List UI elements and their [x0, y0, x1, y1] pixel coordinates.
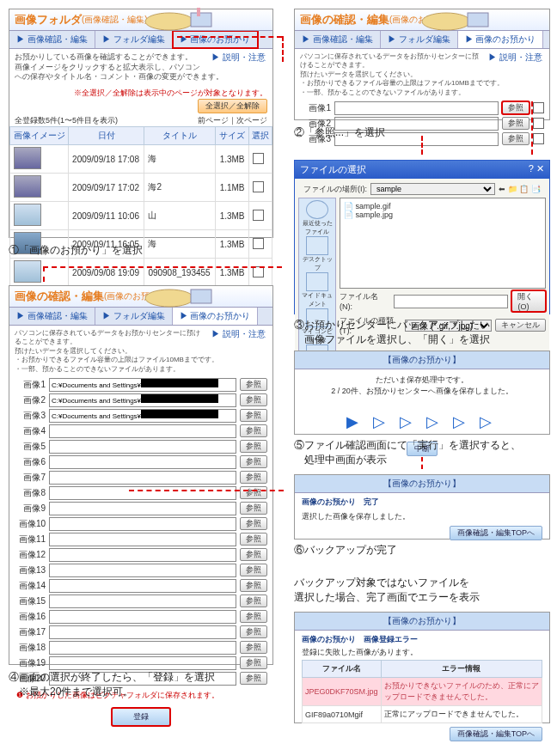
btn-register[interactable]: 登録 — [112, 708, 170, 726]
file-input[interactable] — [49, 625, 236, 639]
btn-to-top[interactable]: 画像確認・編集TOPへ — [450, 727, 542, 741]
caption-6: ⑥バックアップが完了 — [294, 543, 397, 558]
caption-1: ①「画像のお預かり」を選択 — [9, 243, 143, 258]
progress-icon: ▶ ▷ ▷ ▷ ▷ ▷ — [295, 402, 549, 442]
panel-error: 【画像のお預かり】 画像のお預かり 画像登録エラー 登録に失敗した画像があります… — [294, 612, 550, 723]
dialog-title: ファイルの選択 — [300, 163, 366, 176]
svg-rect-4 — [468, 13, 488, 27]
file-input[interactable]: C:¥Documents and Settings¥ — [49, 409, 236, 423]
btn-browse[interactable]: 参照 — [240, 455, 267, 468]
file-input[interactable] — [49, 656, 236, 670]
btn-open[interactable]: 開く(O) — [511, 290, 546, 312]
location-select[interactable]: sample — [370, 183, 495, 195]
btn-browse[interactable]: 参照 — [240, 564, 267, 576]
tab-confirm-edit[interactable]: ▶ 画像確認・編集 — [9, 31, 95, 48]
btn-browse[interactable]: 参照 — [240, 610, 267, 623]
btn-browse[interactable]: 参照 — [240, 424, 267, 437]
btn-browse[interactable]: 参照 — [240, 656, 267, 669]
error-table: ファイル名エラー情報 JPEG0DKF70SM.jpgお預かりできないファイルの… — [302, 660, 542, 723]
file-input[interactable] — [49, 486, 236, 500]
file-input[interactable] — [49, 533, 236, 546]
caption-3: ③お預かりセンターにバックアップしたい 画像ファイルを選択し、「開く」を選択 — [294, 318, 490, 347]
file-input[interactable]: C:¥Documents and Settings¥ — [49, 378, 236, 392]
table-row: 2009/09/11 10:06山1.3MB — [10, 202, 272, 230]
checkbox[interactable] — [253, 153, 264, 164]
file-input[interactable] — [49, 610, 236, 624]
caption-5: ⑤ファイル確認画面にて「実行」を選択すると、 処理中画面が表示 — [294, 438, 521, 467]
svg-rect-6 — [191, 290, 211, 303]
file-item[interactable]: 📄 sample.jpg — [344, 210, 542, 219]
file-input[interactable] — [49, 517, 236, 531]
btn-browse-1[interactable]: 参照 — [502, 101, 529, 114]
btn-browse[interactable]: 参照 — [240, 579, 267, 592]
btn-cancel[interactable]: キャンセル — [495, 319, 546, 332]
file-input[interactable] — [49, 579, 236, 593]
table-row: 2009/09/17 17:02海21.1MB — [10, 174, 272, 202]
panel-complete: 【画像のお預かり】 画像のお預かり 完了 選択した画像を保存しました。 画像確認… — [294, 474, 550, 540]
btn-browse[interactable]: 参照 — [240, 393, 267, 406]
file-input[interactable] — [49, 564, 236, 577]
caption-4: ④画面の選択が終了したら、「登録」を選択 ※最大20件まで選択可。 — [9, 670, 215, 699]
progress-band: 【画像のお預かり】 — [295, 351, 549, 369]
file-input[interactable] — [49, 471, 236, 485]
btn-browse[interactable]: 参照 — [240, 625, 267, 638]
table-row: 2009/09/08 19:09090908_1934551.3MB — [10, 259, 272, 287]
panel-confirm-deposit: 画像の確認・編集(画像のお預かり) ▶ 画像確認・編集 ▶ フォルダ編集 ▶ 画… — [294, 9, 550, 120]
count-text: 全登録数5件(1〜5件目を表示) — [15, 115, 118, 126]
panel-deposit-form: 画像の確認・編集(画像のお預かり) ▶ 画像確認・編集▶ フォルダ編集▶ 画像の… — [9, 285, 273, 665]
file-input-1[interactable] — [334, 101, 499, 115]
btn-browse[interactable]: 参照 — [240, 378, 267, 391]
file-input[interactable] — [49, 548, 236, 562]
caption-7: バックアップ対象ではないファイルを 選択した場合、完了画面でエラーを表示 — [294, 576, 480, 605]
panel-progress: 【画像のお預かり】 ただいま保存処理中です。 2 / 20件、お預かりセンターへ… — [294, 351, 550, 435]
file-input[interactable] — [49, 424, 236, 438]
btn-browse[interactable]: 参照 — [240, 502, 267, 515]
panel-image-folder: 画像フォルダ(画像確認・編集) ▶ 画像確認・編集 ▶ フォルダ編集 ▶ 画像の… — [9, 9, 273, 238]
file-item[interactable]: 📄 sample.gif — [344, 202, 542, 210]
svg-rect-2 — [197, 8, 200, 16]
filename-input[interactable] — [394, 295, 508, 308]
select-hint: ※全選択／全解除は表示中のページが対象となります。 — [74, 88, 267, 97]
svg-point-3 — [422, 13, 470, 30]
btn-browse[interactable]: 参照 — [240, 533, 267, 546]
file-input[interactable] — [49, 455, 236, 469]
btn-browse[interactable]: 参照 — [240, 517, 267, 530]
btn-browse[interactable]: 参照 — [240, 641, 267, 654]
file-input[interactable] — [49, 641, 236, 655]
svg-point-5 — [145, 290, 193, 307]
help-link[interactable]: ▶ 説明・注意 — [205, 49, 272, 66]
btn-browse[interactable]: 参照 — [240, 672, 267, 685]
svg-point-0 — [145, 13, 193, 30]
btn-to-top[interactable]: 画像確認・編集TOPへ — [450, 526, 542, 540]
btn-browse[interactable]: 参照 — [240, 486, 267, 499]
file-input[interactable]: C:¥Documents and Settings¥ — [49, 393, 236, 407]
file-input[interactable] — [49, 502, 236, 515]
caption-2: ②「参照...」を選択 — [294, 125, 385, 140]
file-input[interactable] — [49, 594, 236, 608]
btn-select-all[interactable]: 全選択／全解除 — [198, 99, 267, 113]
panel1-subtitle: (画像確認・編集) — [82, 14, 148, 26]
image-table: 画像イメージ日付タイトルサイズ選択 2009/09/18 17:08海1.3MB… — [9, 126, 272, 287]
dialog-controls[interactable]: ? ✕ — [529, 163, 544, 176]
btn-browse[interactable]: 参照 — [240, 471, 267, 484]
btn-browse[interactable]: 参照 — [240, 594, 267, 607]
btn-browse[interactable]: 参照 — [240, 409, 267, 422]
file-input[interactable] — [49, 440, 236, 454]
svg-rect-1 — [191, 13, 211, 27]
panel1-title: 画像フォルダ — [15, 12, 82, 27]
pager[interactable]: 前ページ｜次ページ — [198, 115, 267, 126]
btn-browse[interactable]: 参照 — [240, 440, 267, 453]
btn-browse[interactable]: 参照 — [240, 548, 267, 561]
table-row: 2009/09/18 17:08海1.3MB — [10, 145, 272, 174]
file-dialog: ファイルの選択? ✕ ファイルの場所(I):sample⬅ 📁 📋 📑 最近使っ… — [294, 160, 550, 314]
